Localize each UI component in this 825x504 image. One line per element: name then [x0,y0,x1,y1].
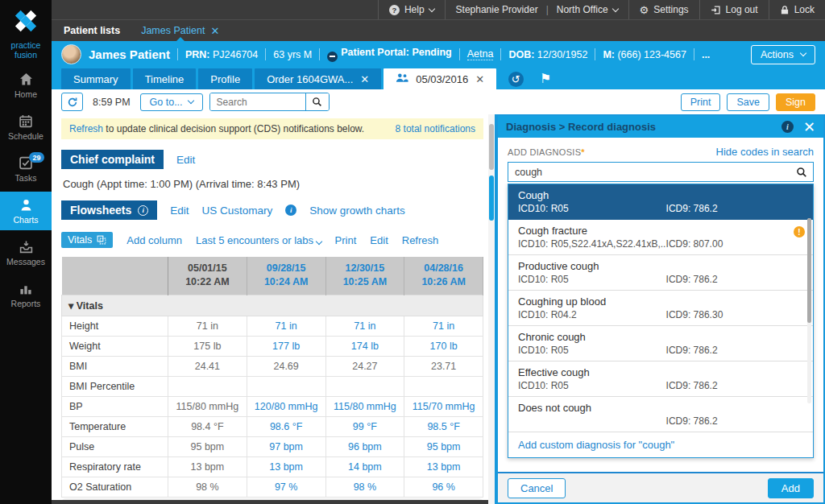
table-cell[interactable]: 71 in [404,316,483,336]
info-icon[interactable]: i [781,121,794,133]
table-cell[interactable]: 177 lb [247,336,325,356]
flowsheet-print-link[interactable]: Print [335,234,357,246]
diagnosis-result[interactable]: Chronic coughICD10: R05ICD9: 786.2 [508,326,813,361]
table-cell[interactable]: 95 bpm [404,436,483,456]
vitals-group-row[interactable]: ▾ Vitals [62,295,483,316]
encounter-tab-order-1604gwa-[interactable]: Order 1604GWA...✕ [255,68,381,89]
sidebar-item-reports[interactable]: Reports [0,275,52,314]
table-cell[interactable]: 174 lb [325,336,404,356]
table-cell[interactable]: 115/70 mmHg [404,396,483,416]
search-icon [796,167,807,178]
patient-avatar[interactable] [61,44,81,64]
encounters-filter-dropdown[interactable]: Last 5 encounters or labs [196,234,321,246]
search-button[interactable] [305,93,329,110]
help-menu[interactable]: ? Help [378,0,445,19]
chief-complaint-edit-link[interactable]: Edit [176,154,195,166]
sidebar-item-charts[interactable]: Charts [0,192,52,230]
flag-button[interactable]: ⚑ [535,68,556,89]
table-cell[interactable]: 98 % [325,477,404,497]
growth-charts-link[interactable]: Show growth charts [309,204,405,217]
table-cell[interactable]: 98.6 °F [247,416,325,436]
open-patient-tab[interactable]: James Patient ✕ [141,20,219,41]
table-cell[interactable]: 115/80 mmHg [325,396,404,416]
goto-dropdown[interactable]: Go to... [140,93,203,111]
table-cell[interactable]: 98.5 °F [404,416,483,436]
print-button[interactable]: Print [681,93,721,111]
add-custom-diagnosis-link[interactable]: Add custom diagnosis for "cough" [518,439,674,451]
cds-refresh-link[interactable]: Refresh [69,123,103,134]
sidebar-item-home[interactable]: Home [0,66,52,105]
vitals-tab[interactable]: Vitals [61,232,113,248]
icd10-code [518,415,666,427]
cancel-button[interactable]: Cancel [508,478,566,498]
diagnosis-search-button[interactable] [790,163,813,181]
cds-count-link[interactable]: 8 total notifications [396,123,475,134]
list-scrollbar[interactable] [807,218,811,403]
hide-codes-link[interactable]: Hide codes in search [716,146,814,158]
table-cell[interactable]: 14 bpm [325,456,404,477]
diagnosis-result[interactable]: Productive coughICD10: R05ICD9: 786.2 [508,255,813,291]
flowsheet-edit-link[interactable]: Edit [370,234,388,246]
info-icon[interactable]: i [138,205,148,216]
encounter-tab-summary[interactable]: Summary [61,68,131,89]
diagnosis-result[interactable]: Does not coughICD9: 786.2 [508,397,813,432]
scrollbar-thumb-active[interactable] [489,176,494,221]
lock-button[interactable]: Lock [769,0,825,19]
diagnosis-result[interactable]: CoughICD10: R05ICD9: 786.2 [508,184,813,220]
user-office-menu[interactable]: Stephanie Provider | North Office [445,0,628,19]
units-link[interactable]: US Customary [202,204,273,217]
sign-button[interactable]: Sign [776,93,815,111]
scrollbar-thumb[interactable] [807,218,811,323]
table-cell[interactable]: 96 % [404,477,483,497]
more-button[interactable]: ... [702,49,710,60]
encounter-tab-05-03-2016[interactable]: 05/03/2016✕ [383,68,496,89]
close-icon[interactable]: ✕ [803,120,815,134]
table-cell[interactable]: 71 in [247,316,325,336]
diagnosis-result[interactable]: Coughing up bloodICD10: R04.2ICD9: 786.3… [508,291,813,326]
insurance-link[interactable]: Aetna [467,48,494,60]
actions-button[interactable]: Actions [751,45,815,64]
flowsheet-column-header[interactable]: 12/30/1510:25 AM [325,257,404,295]
warning-icon[interactable]: ! [794,226,805,238]
vertical-scrollbar[interactable] [488,114,495,504]
sidebar-item-tasks[interactable]: 29Tasks [0,150,52,188]
table-cell[interactable]: 13 bpm [247,456,325,477]
close-icon[interactable]: ✕ [210,25,219,37]
practice-fusion-logo[interactable]: practice fusion [0,0,52,63]
flowsheet-column-header[interactable]: 09/28/1510:24 AM [247,257,325,295]
encounter-tab-timeline[interactable]: Timeline [133,68,197,89]
table-cell[interactable]: 96 bpm [325,436,404,456]
diagnosis-search-input[interactable] [508,163,790,181]
flowsheets-edit-link[interactable]: Edit [170,204,189,217]
flowsheet-refresh-link[interactable]: Refresh [402,234,439,246]
chart-search-input[interactable] [210,93,305,110]
sidebar-item-schedule[interactable]: Schedule [0,108,52,147]
logo-text-line1: practice [0,40,52,50]
refresh-button[interactable] [61,93,83,111]
flowsheet-header-row: 05/01/1510:22 AM09/28/1510:24 AM12/30/15… [62,257,483,295]
diagnosis-result[interactable]: Cough fractureICD10: R05,S22.41xA,S22.41… [508,220,813,255]
logout-button[interactable]: Log out [699,0,769,19]
patient-lists-link[interactable]: Patient lists [64,25,120,36]
table-cell[interactable]: 97 bpm [247,436,325,456]
close-icon[interactable]: ✕ [475,73,484,85]
table-cell[interactable]: 120/80 mmHg [247,396,325,416]
add-column-link[interactable]: Add column [126,234,182,246]
table-cell[interactable]: 71 in [325,316,404,336]
close-icon[interactable]: ✕ [360,73,369,85]
info-icon[interactable]: i [285,204,296,216]
table-cell[interactable]: 99 °F [325,416,404,436]
diagnosis-result[interactable]: Effective coughICD10: R05ICD9: 786.2 [508,361,813,397]
table-cell[interactable]: 170 lb [404,336,483,356]
patient-portal-status[interactable]: Patient Portal: Pending [327,47,452,62]
encounter-tab-profile[interactable]: Profile [198,68,252,89]
table-cell[interactable]: 13 bpm [404,456,483,477]
add-button[interactable]: Add [768,478,814,498]
flowsheet-column-header[interactable]: 04/28/1610:26 AM [404,257,483,295]
settings-button[interactable]: ⚙ Settings [628,0,699,19]
encounter-history-button[interactable]: ↺ [505,68,526,89]
scrollbar-thumb[interactable] [489,124,494,170]
table-cell[interactable]: 97 % [247,477,325,497]
save-button[interactable]: Save [727,93,769,111]
sidebar-item-messages[interactable]: Messages [0,233,52,272]
